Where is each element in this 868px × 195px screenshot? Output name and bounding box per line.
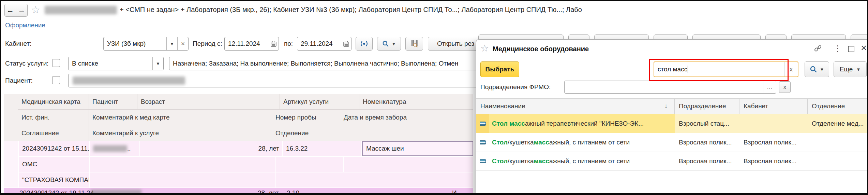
chevron-down-icon: ▼ — [820, 67, 824, 72]
list-item[interactable]: Стол/кушетка массажный, с питанием от се… — [476, 152, 868, 171]
cell-nomenclature-focused[interactable]: Массаж шеи — [362, 141, 473, 156]
text-caret — [688, 66, 688, 73]
more-menu-dots-icon[interactable]: ⋮ — [834, 44, 842, 53]
equipment-subdivision: Взрослый стац... — [675, 114, 739, 133]
equipment-cabinet: Взрослая полик... — [739, 133, 808, 152]
patient-checkbox[interactable] — [52, 76, 60, 84]
equipment-subdivision: Взрослая полик... — [675, 152, 739, 170]
sort-descending-icon: ↓ — [664, 102, 668, 110]
search-input-value: стол масс — [658, 66, 687, 73]
cabinet-dropdown-icon[interactable]: ▼ — [166, 37, 177, 50]
col-header-agreement[interactable]: Соглашение — [18, 125, 89, 141]
patient-field[interactable] — [68, 74, 485, 87]
col-header-article[interactable]: Артикул услуги — [280, 94, 359, 110]
equipment-cabinet — [739, 114, 808, 133]
service-status-checkbox[interactable] — [52, 59, 60, 67]
equipment-subdivision: Взрослая полик... — [675, 133, 739, 152]
chevron-down-icon: ▼ — [392, 41, 396, 46]
calendar-icon[interactable] — [268, 41, 279, 47]
dlg-col-header-name[interactable]: Наименование ↓ — [476, 98, 675, 114]
barcode-icon — [410, 40, 418, 48]
forward-button[interactable]: → — [16, 4, 28, 17]
list-item[interactable]: Стол/кушетка массажный, с питанием от се… — [476, 133, 868, 152]
col-header-department[interactable]: Отделение — [272, 125, 473, 141]
service-status-label: Статус услуги: — [5, 60, 49, 67]
frmo-label: Подразделения ФРМО: — [480, 83, 551, 91]
cell-agreement[interactable]: "СТРАХОВАЯ КОМПАНИ... — [19, 172, 89, 187]
status-mode-dropdown-icon[interactable]: ▼ — [152, 57, 163, 70]
chevron-down-icon: ▼ — [856, 67, 860, 72]
search-clear-icon[interactable]: x — [784, 62, 798, 76]
dlg-col-header-cabinet[interactable]: Кабинет — [739, 98, 808, 114]
col-header-fin[interactable]: Ист. фин. — [18, 110, 89, 125]
equipment-name: Стол/кушетка массажный, с питанием от се… — [489, 152, 675, 170]
maximize-icon[interactable] — [848, 46, 854, 52]
cell-department[interactable] — [276, 172, 473, 187]
barcode-scan-button[interactable] — [405, 37, 423, 51]
cell-article[interactable]: 16.3.22 — [283, 141, 361, 156]
more-button-label: Еще — [840, 66, 853, 73]
col-header-age[interactable]: Возраст — [137, 94, 280, 110]
period-to-label: по: — [284, 40, 293, 47]
equipment-department — [808, 133, 868, 152]
period-to-value: 29.11.2024 — [297, 40, 341, 47]
col-header-nomenclature[interactable]: Номенклатура — [359, 94, 473, 110]
cell-patient[interactable]: .. — [90, 141, 139, 156]
frmo-ellipsis-button[interactable]: ... — [763, 81, 776, 93]
dialog-search-menu-button[interactable]: ▼ — [805, 61, 829, 77]
equipment-department: Отделение мед... — [808, 114, 868, 133]
rfid-read-button[interactable] — [356, 37, 373, 51]
status-mode-combobox[interactable]: В списке ▼ — [68, 57, 164, 70]
table-row-selected-partial[interactable]: 20243091242 от 19.11.24,... 28, лет 2.10… — [4, 188, 473, 194]
format-link[interactable]: Оформление — [5, 22, 45, 29]
col-header-probe[interactable]: Номер пробы — [272, 110, 340, 125]
col-header-probe-dt[interactable]: Дата и время забора — [340, 110, 473, 125]
search-menu-button[interactable]: ▼ — [377, 37, 401, 51]
table-row[interactable]: 20243091242 от 15.11.24,... .. 28, лет 1… — [4, 141, 473, 188]
cell-card[interactable]: 20243091242 от 15.11.24,... — [19, 141, 89, 156]
cell-probe[interactable] — [276, 157, 343, 172]
col-header-comment-service[interactable]: Комментарий к услуге — [89, 125, 272, 141]
cabinet-value: УЗИ (3б мкр) — [104, 40, 166, 47]
cabinet-label: Кабинет: — [5, 40, 32, 47]
background-toolbar-slivers — [478, 34, 868, 39]
cabinet-combobox[interactable]: УЗИ (3б мкр) ▼ × — [103, 37, 189, 51]
dlg-col-name-label: Наименование — [480, 102, 525, 110]
cell-article: 2.10 — [287, 189, 299, 194]
calendar-icon[interactable] — [341, 41, 351, 47]
redacted-patient-name-title — [45, 6, 117, 14]
period-to-input[interactable]: 29.11.2024 — [297, 37, 351, 51]
select-button[interactable]: Выбрать — [480, 61, 519, 77]
col-header-patient[interactable]: Пациент — [89, 94, 137, 110]
col-header-comment-card[interactable]: Комментарий к мед карте — [89, 110, 272, 125]
radio-waves-icon — [360, 40, 369, 47]
link-icon[interactable] — [814, 44, 822, 54]
cell-card: 20243091242 от 19.11.24,... — [19, 189, 101, 194]
more-button[interactable]: Еще ▼ — [834, 61, 867, 77]
cabinet-clear-icon[interactable]: × — [177, 37, 188, 50]
frmo-input[interactable]: ... — [564, 81, 776, 94]
frmo-clear-icon[interactable]: x — [779, 81, 791, 93]
search-input[interactable]: стол масс x — [654, 61, 798, 77]
equipment-cabinet: Взрослая полик... — [739, 152, 808, 170]
back-arrow-icon: ← — [6, 6, 14, 15]
cell-comment-card[interactable] — [90, 157, 275, 172]
cell-age[interactable]: 28, лет — [140, 141, 282, 156]
status-mode-value: В списке — [69, 60, 152, 67]
back-button[interactable]: ← — [4, 4, 16, 17]
dialog-favorite-star-icon[interactable]: ☆ — [480, 44, 489, 53]
dlg-col-header-department[interactable]: Отделение — [808, 98, 868, 114]
cell-comment-service[interactable] — [90, 172, 275, 187]
col-header-card[interactable]: Медицинская карта — [18, 94, 89, 110]
cell-nomenclature: И... — [452, 189, 462, 194]
favorite-star-icon[interactable]: ☆ — [31, 4, 40, 16]
status-list-field[interactable]: Назначена; Заказана; На выполнение; Выпо… — [169, 57, 485, 70]
patient-label: Пациент: — [5, 77, 33, 84]
close-icon[interactable]: × — [861, 42, 867, 54]
cell-probe-dt[interactable] — [344, 157, 473, 172]
dlg-col-header-subdivision[interactable]: Подразделение — [675, 98, 739, 114]
nav-history-group: ← → — [4, 4, 28, 17]
cell-fin[interactable]: ОМС — [19, 157, 89, 172]
list-item[interactable]: Стол массажный терапевтический "КИНЕЗО-Э… — [476, 114, 868, 133]
period-from-input[interactable]: 12.11.2024 — [224, 37, 279, 51]
